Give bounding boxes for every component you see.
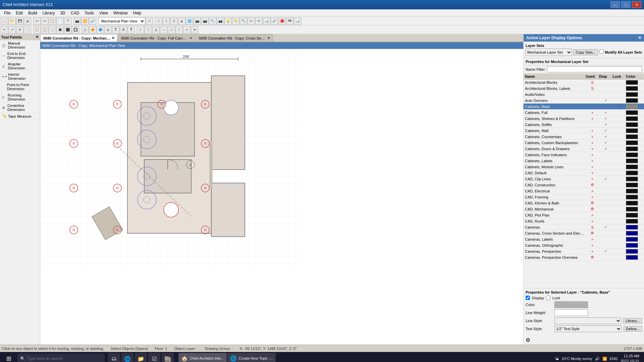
taskbar-app-task[interactable]: ☑ <box>148 353 160 362</box>
canvas-tab-0[interactable]: 6680 Coronation Rd - Copy: Mechanical Pl… <box>40 34 117 42</box>
layer-row-24[interactable]: Cameras S ✓ <box>524 224 644 230</box>
palette-item-6[interactable]: ⊕Centerline Dimension <box>0 103 40 113</box>
lock-checkbox[interactable] <box>546 296 550 300</box>
undo-btn[interactable]: ↩ <box>33 17 41 25</box>
align-btn[interactable]: 🔲 <box>72 26 79 34</box>
room-btn[interactable]: 🔶 <box>89 26 96 34</box>
maximize-button[interactable]: □ <box>621 1 631 8</box>
layer-row-7[interactable]: Cabinets, Soffits ✓ <box>524 122 644 128</box>
layer-row-1[interactable]: Architectural Blocks, Labels S <box>524 85 644 92</box>
menu-item-tools[interactable]: Tools <box>82 10 97 16</box>
rotate-btn[interactable]: ⬚ <box>49 26 56 34</box>
cross-btn[interactable]: ✕ <box>191 26 198 34</box>
new-btn[interactable]: ⬜ <box>1 17 8 25</box>
camera-btn[interactable]: 📷 <box>73 17 81 25</box>
wall-btn[interactable]: ◻ <box>81 26 89 34</box>
palette-item-7[interactable]: 📏Tape Measure <box>0 113 40 120</box>
menu-item-library[interactable]: Library <box>40 10 58 16</box>
text2-btn[interactable]: A <box>120 26 127 34</box>
layer-row-25[interactable]: Cameras, Cross Section and Elevation ⚙ <box>524 230 644 236</box>
tool2[interactable]: ⟩ <box>163 17 170 25</box>
display-checkbox[interactable] <box>526 296 530 300</box>
tool11[interactable]: 📏 <box>232 17 239 25</box>
define-button[interactable]: Define... <box>624 326 642 331</box>
menu-item-edit[interactable]: Edit <box>13 10 25 16</box>
text-style-dropdown[interactable]: 1/2" Text Style <box>554 325 622 332</box>
hatch-btn[interactable]: ⌗ <box>183 26 191 34</box>
layer-row-17[interactable]: CAD, Construction ⚙ <box>524 182 644 188</box>
layer-row-4[interactable]: Cabinets, Base ✓ <box>524 104 644 110</box>
menu-item-file[interactable]: File <box>1 10 13 16</box>
line2-btn[interactable]: \ <box>145 26 152 34</box>
layer-row-12[interactable]: Cabinets, Face Indicators + <box>524 152 644 158</box>
layer-row-10[interactable]: Cabinets, Custom Backsplashes + ✓ <box>524 140 644 146</box>
layer-row-23[interactable]: CAD, Roofs + <box>524 218 644 224</box>
view-btn[interactable]: 🔀 <box>81 17 89 25</box>
layer-row-2[interactable]: Audio/Video <box>524 92 644 98</box>
copy-sets-button[interactable]: Copy Sets... <box>573 49 598 55</box>
tool1[interactable]: ⟨ <box>155 17 162 25</box>
menu-item-cad[interactable]: CAD <box>68 10 82 16</box>
search-bar[interactable]: 🔍 <box>17 354 105 362</box>
delete-btn[interactable]: ✕ <box>16 26 23 34</box>
canvas-viewport[interactable]: 206' <box>40 49 523 345</box>
circle-btn[interactable]: ○ <box>160 26 167 34</box>
tool6[interactable]: 📷 <box>194 17 201 25</box>
palette-item-4[interactable]: ·Point to Point Dimension <box>0 82 40 92</box>
tool5[interactable]: 🌐 <box>186 17 193 25</box>
running-app-chief-architect[interactable]: 🏠 Chief Architect Inte... <box>178 353 227 362</box>
layer-row-3[interactable]: Auto Dormers ✓ <box>524 98 644 104</box>
taskbar-app-edge[interactable]: 🌐 <box>121 353 133 362</box>
layer-row-15[interactable]: CAD, Default + <box>524 170 644 176</box>
layer-row-14[interactable]: Cabinets, Module Lines + <box>524 164 644 170</box>
running-app-browser[interactable]: 🌐 Create New Topic -... <box>227 353 276 362</box>
palette-item-5[interactable]: ≡Running Dimension <box>0 92 40 103</box>
menu-item-3d[interactable]: 3D <box>57 10 68 16</box>
zoom-btn[interactable]: 🔎 <box>89 17 96 25</box>
modify-all-checkbox[interactable] <box>599 49 604 54</box>
door-btn[interactable]: 🔷 <box>97 26 104 34</box>
view-dropdown[interactable]: Mechanical Plan View <box>98 17 145 25</box>
name-filter-input[interactable] <box>547 66 642 72</box>
layer-row-19[interactable]: CAD, Framing + <box>524 194 644 200</box>
palette-item-3[interactable]: ⟷Interior Dimension <box>0 71 40 82</box>
tool10[interactable]: 💡 <box>224 17 232 25</box>
tab-close-1[interactable]: ✕ <box>190 36 192 40</box>
tool-palette-close[interactable]: ✕ <box>36 35 39 39</box>
save-btn[interactable]: 💾 <box>16 17 23 25</box>
layer-row-11[interactable]: Cabinets, Doors & Drawers + ✓ <box>524 146 644 152</box>
rect-select-btn[interactable]: ⬜ <box>24 26 31 34</box>
tool9[interactable]: 📷 <box>217 17 224 25</box>
move-btn[interactable]: 📋 <box>41 26 48 34</box>
tool8[interactable]: 🔧 <box>209 17 216 25</box>
tool17[interactable]: 🔴 <box>278 17 286 25</box>
system-time[interactable]: 11:25 AM 2022-10-21 <box>621 354 639 362</box>
copy-btn[interactable]: 📋 <box>49 17 56 25</box>
tool18[interactable]: 🗺 <box>286 17 293 25</box>
menu-item-help[interactable]: Help <box>130 10 144 16</box>
poly-btn[interactable]: / <box>175 26 183 34</box>
mirror-btn[interactable]: 🔳 <box>56 26 64 34</box>
help-btn[interactable]: ? <box>64 17 71 25</box>
right-panel-close-icon[interactable]: ✕ <box>638 36 641 40</box>
close-button[interactable]: ✕ <box>632 1 641 8</box>
layer-row-8[interactable]: Cabinets, Wall + ✓ <box>524 128 644 134</box>
print-btn[interactable]: 🖨 <box>24 17 31 25</box>
menu-item-build[interactable]: Build <box>25 10 40 16</box>
search-input[interactable] <box>27 356 102 361</box>
tool15[interactable]: 📊 <box>263 17 270 25</box>
tool12[interactable]: 🔧 <box>240 17 247 25</box>
tool14[interactable]: ✏ <box>255 17 263 25</box>
layer-row-18[interactable]: CAD, Electrical + <box>524 188 644 194</box>
layer-row-28[interactable]: Cameras, Perspective + ✓ <box>524 248 644 254</box>
scale-btn[interactable]: ⬛ <box>64 26 71 34</box>
layer-row-26[interactable]: Cameras, Labels + <box>524 236 644 242</box>
tool4[interactable]: ▲ <box>178 17 185 25</box>
taskbar-app-folder[interactable]: 📁 <box>135 353 147 362</box>
palette-item-2[interactable]: ∠Angular Dimension <box>0 61 40 71</box>
tool7[interactable]: 📷 <box>201 17 209 25</box>
layer-row-0[interactable]: Architectural Blocks S <box>524 79 644 85</box>
layer-row-21[interactable]: CAD, Mechanical ⚙ <box>524 206 644 212</box>
tool16[interactable]: 🖊 <box>271 17 278 25</box>
layer-row-16[interactable]: CAD, Clip Lines + ✓ <box>524 176 644 182</box>
